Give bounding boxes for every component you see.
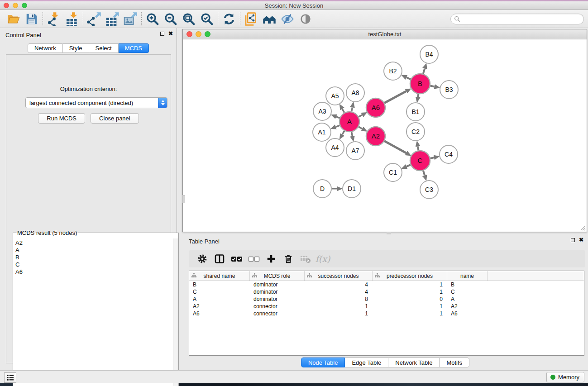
- export-image-icon[interactable]: [121, 11, 139, 27]
- edge-A6-B[interactable]: [384, 91, 406, 103]
- show-columns-icon[interactable]: [212, 252, 227, 266]
- table-row[interactable]: Cdominator41C: [189, 288, 584, 295]
- edge-A-A5[interactable]: [342, 109, 344, 113]
- graph-node-C3[interactable]: C3: [420, 181, 438, 199]
- table-cell[interactable]: 0: [373, 296, 447, 302]
- graph-node-A3[interactable]: A3: [313, 102, 331, 120]
- run-mcds-button[interactable]: Run MCDS: [38, 113, 85, 124]
- criterion-dropdown[interactable]: largest connected component (directed): [25, 97, 167, 108]
- open-session-icon[interactable]: [5, 11, 23, 27]
- apply-layout-icon[interactable]: [220, 11, 238, 27]
- search-input[interactable]: [460, 14, 583, 24]
- hide-details-icon[interactable]: [278, 11, 296, 27]
- edge-A-A8[interactable]: [352, 107, 353, 111]
- graph-node-C1[interactable]: C1: [384, 163, 402, 181]
- graph-node-A2[interactable]: A2: [366, 127, 385, 146]
- edge-A-A3[interactable]: [336, 117, 340, 118]
- close-panel-button[interactable]: Close panel: [91, 113, 139, 124]
- save-session-icon[interactable]: [23, 11, 41, 27]
- edge-C-C4[interactable]: [430, 157, 434, 158]
- table-row[interactable]: A6connector11A6: [189, 310, 584, 317]
- graph-node-B4[interactable]: B4: [420, 45, 438, 63]
- edge-B-B1[interactable]: [418, 94, 418, 97]
- mcds-result-list[interactable]: A2ABCA6: [15, 239, 172, 386]
- result-item[interactable]: A: [15, 247, 172, 254]
- zoom-selected-icon[interactable]: [198, 11, 216, 27]
- graph-node-D1[interactable]: D1: [343, 180, 361, 198]
- network-canvas[interactable]: AA1A2A3A4A5A6A7A8BB1B2B3B4CC1C2C3C4DD1: [183, 39, 587, 232]
- graph-node-C2[interactable]: C2: [406, 123, 425, 141]
- graph-node-A4[interactable]: A4: [326, 138, 344, 157]
- settings-gear-icon[interactable]: [195, 252, 210, 266]
- edge-A-A7[interactable]: [352, 132, 353, 136]
- zoom-out-icon[interactable]: [162, 11, 180, 27]
- select-all-checks-icon[interactable]: [229, 252, 244, 266]
- table-cell[interactable]: A6: [189, 310, 250, 317]
- zoom-window-button[interactable]: [22, 3, 27, 8]
- table-close-panel-icon[interactable]: ✖: [579, 238, 583, 242]
- float-panel-icon[interactable]: [160, 32, 164, 36]
- column-header-MCDS-role[interactable]: MCDS role: [250, 271, 305, 281]
- search-box[interactable]: [450, 14, 584, 24]
- task-history-button[interactable]: [4, 372, 16, 383]
- zoom-in-icon[interactable]: [143, 11, 162, 27]
- table-cell[interactable]: B: [447, 281, 488, 288]
- result-item[interactable]: A6: [15, 268, 172, 276]
- zoom-fit-icon[interactable]: [180, 11, 198, 27]
- network-close-button[interactable]: [186, 31, 192, 37]
- table-cell[interactable]: 1: [373, 281, 447, 288]
- edge-B-B4[interactable]: [423, 69, 425, 74]
- tab-motifs[interactable]: Motifs: [440, 357, 469, 367]
- table-cell[interactable]: 1: [373, 303, 447, 310]
- vertical-scrollbar-thumb[interactable]: [182, 195, 185, 203]
- table-cell[interactable]: 1: [305, 310, 373, 317]
- edge-C-C3[interactable]: [423, 171, 425, 176]
- table-row[interactable]: Adominator80A: [189, 295, 584, 303]
- network-home-icon[interactable]: [260, 11, 278, 27]
- edge-A-A2[interactable]: [359, 127, 362, 129]
- table-cell[interactable]: A2: [447, 303, 488, 310]
- column-header-successor-nodes[interactable]: successor nodes: [305, 271, 373, 281]
- table-cell[interactable]: 4: [305, 281, 373, 288]
- minimize-window-button[interactable]: [13, 3, 18, 8]
- table-cell[interactable]: A: [189, 296, 250, 302]
- table-cell[interactable]: C: [447, 289, 488, 295]
- export-table-icon[interactable]: [103, 11, 121, 27]
- table-cell[interactable]: dominator: [250, 289, 305, 295]
- graph-node-B2[interactable]: B2: [384, 62, 402, 80]
- edge-A2-C[interactable]: [384, 141, 406, 153]
- table-cell[interactable]: C: [189, 289, 250, 295]
- table-cell[interactable]: 8: [305, 296, 373, 302]
- tab-network[interactable]: Network: [28, 43, 63, 53]
- deselect-all-checks-icon[interactable]: [247, 252, 261, 266]
- result-item[interactable]: C: [15, 261, 172, 268]
- tab-style[interactable]: Style: [63, 43, 89, 53]
- graph-node-C4[interactable]: C4: [440, 145, 458, 163]
- tab-edge-table[interactable]: Edge Table: [345, 357, 388, 367]
- graph-node-A7[interactable]: A7: [346, 142, 364, 160]
- table-cell[interactable]: connector: [250, 303, 305, 310]
- graph-node-D[interactable]: D: [313, 180, 331, 198]
- edge-B-B2[interactable]: [406, 77, 411, 79]
- column-header-predecessor-nodes[interactable]: predecessor nodes: [373, 271, 447, 281]
- graph-node-A1[interactable]: A1: [313, 123, 331, 141]
- result-item[interactable]: B: [15, 254, 172, 261]
- tab-node-table[interactable]: Node Table: [301, 357, 345, 367]
- horizontal-splitter-handle[interactable]: [387, 232, 391, 234]
- table-cell[interactable]: B: [189, 281, 250, 288]
- result-scrollbar[interactable]: [173, 238, 178, 386]
- table-cell[interactable]: A2: [189, 303, 250, 310]
- edge-B-B3[interactable]: [430, 86, 435, 87]
- tab-select[interactable]: Select: [89, 43, 119, 53]
- table-cell[interactable]: 1: [373, 310, 447, 317]
- memory-button[interactable]: Memory: [546, 372, 584, 382]
- delete-column-icon[interactable]: [281, 252, 296, 266]
- import-network-icon[interactable]: [45, 11, 63, 27]
- edge-A-A4[interactable]: [342, 131, 344, 134]
- column-header-name[interactable]: name: [447, 271, 488, 281]
- edge-C-C1[interactable]: [406, 165, 411, 167]
- edge-A-A6[interactable]: [359, 115, 362, 117]
- import-table-icon[interactable]: [63, 11, 81, 27]
- graph-node-C[interactable]: C: [410, 151, 430, 171]
- network-window-titlebar[interactable]: testGlobe.txt: [183, 29, 587, 39]
